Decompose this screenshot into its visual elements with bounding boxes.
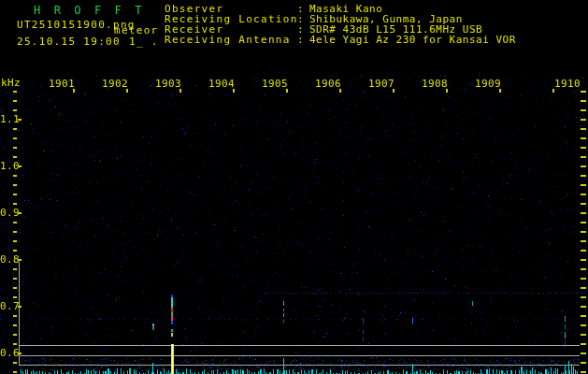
freq-minor-tick-right	[581, 278, 586, 280]
freq-minor-tick-left	[18, 259, 22, 261]
freq-minor-tick-right	[581, 203, 586, 205]
freq-minor-tick-right	[581, 165, 586, 167]
freq-minor-tick-left	[18, 119, 22, 121]
freq-minor-tick-left	[13, 231, 17, 233]
freq-minor-tick-left	[13, 371, 17, 373]
time-axis-label: 1909	[475, 79, 501, 90]
freq-minor-tick-right	[581, 147, 586, 149]
freq-minor-tick-left	[18, 212, 22, 214]
freq-minor-tick-right	[581, 362, 586, 364]
freq-minor-tick-right	[581, 334, 586, 336]
freq-minor-tick-right	[581, 128, 586, 130]
time-axis-label: 1906	[315, 79, 341, 90]
freq-axis-label: 0.6	[0, 348, 20, 359]
freq-minor-tick-right	[581, 259, 586, 261]
time-axis-tick	[499, 89, 501, 93]
counter-label: 1_ .	[129, 36, 159, 48]
info-label-antenna: Receiving Antenna	[165, 35, 291, 46]
freq-minor-tick-right	[581, 222, 586, 223]
freq-minor-tick-right	[581, 287, 586, 289]
freq-minor-tick-right	[581, 315, 586, 317]
time-axis-label: 1908	[422, 79, 448, 90]
freq-minor-tick-right	[581, 109, 586, 111]
info-colon: :	[297, 35, 305, 46]
freq-minor-tick-left	[13, 109, 17, 111]
time-axis-tick	[393, 89, 394, 93]
time-axis-tick	[233, 89, 235, 93]
time-axis-label: 1903	[155, 79, 181, 90]
freq-axis-unit: kHz	[1, 78, 21, 89]
freq-minor-tick-right	[581, 343, 586, 345]
time-axis-label: 1902	[102, 79, 128, 90]
hrofft-window: H R O F F T UT2510151900.png meteor 25.1…	[0, 0, 588, 374]
freq-minor-tick-right	[581, 296, 586, 298]
freq-minor-tick-right	[581, 119, 586, 121]
freq-axis-label: 1.0	[0, 161, 20, 172]
freq-minor-tick-right	[581, 306, 586, 308]
freq-minor-tick-left	[13, 362, 17, 364]
freq-minor-tick-left	[13, 240, 17, 242]
time-axis-tick	[73, 89, 75, 93]
freq-axis-label: 0.8	[0, 254, 20, 266]
freq-minor-tick-left	[13, 250, 17, 252]
freq-minor-tick-right	[581, 194, 586, 195]
freq-minor-tick-left	[13, 315, 17, 317]
freq-minor-tick-right	[581, 250, 586, 252]
freq-minor-tick-left	[13, 137, 17, 139]
time-axis-label: 1901	[49, 79, 75, 90]
freq-minor-tick-right	[581, 175, 586, 177]
freq-minor-tick-right	[581, 231, 586, 233]
freq-minor-tick-left	[13, 91, 17, 93]
time-axis-label: 1905	[262, 79, 288, 90]
freq-axis-label: 0.9	[0, 208, 20, 219]
freq-minor-tick-right	[581, 100, 586, 102]
freq-minor-tick-left	[13, 324, 17, 326]
freq-minor-tick-left	[13, 287, 17, 289]
freq-minor-tick-left	[13, 128, 17, 130]
freq-minor-tick-left	[13, 147, 17, 149]
freq-minor-tick-left	[13, 100, 17, 102]
time-axis-tick	[339, 89, 341, 93]
freq-minor-tick-right	[581, 184, 586, 186]
freq-minor-tick-left	[13, 334, 17, 336]
freq-minor-tick-right	[581, 156, 586, 158]
freq-minor-tick-right	[581, 324, 586, 326]
time-axis-tick	[552, 89, 554, 93]
datetime-label: 25.10.15 19:00	[17, 36, 121, 48]
freq-minor-tick-right	[581, 371, 586, 373]
freq-minor-tick-left	[13, 278, 17, 280]
freq-minor-tick-left	[18, 352, 22, 354]
freq-minor-tick-left	[18, 165, 22, 167]
app-title: H R O F F T	[34, 5, 145, 17]
freq-minor-tick-left	[13, 296, 17, 298]
freq-minor-tick-left	[13, 343, 17, 345]
freq-minor-tick-left	[13, 268, 17, 270]
freq-minor-tick-right	[581, 212, 586, 214]
freq-minor-tick-left	[13, 194, 17, 195]
freq-minor-tick-right	[581, 268, 586, 270]
freq-minor-tick-right	[581, 240, 586, 242]
time-axis-label: 1904	[208, 79, 235, 90]
time-axis-tick	[126, 89, 128, 93]
freq-minor-tick-right	[581, 91, 586, 93]
freq-minor-tick-left	[13, 175, 17, 177]
time-axis-label: 1907	[368, 79, 394, 90]
freq-minor-tick-left	[13, 222, 17, 223]
time-axis-label: 1910	[554, 79, 581, 90]
freq-axis-label: 1.1	[0, 114, 20, 125]
time-axis-tick	[286, 89, 288, 93]
freq-minor-tick-left	[13, 156, 17, 158]
freq-minor-tick-left	[13, 203, 17, 205]
freq-axis-label: 0.7	[0, 301, 20, 312]
freq-minor-tick-left	[13, 184, 17, 186]
time-axis-tick	[179, 89, 181, 93]
time-axis-tick	[446, 89, 448, 93]
spectrogram-canvas	[0, 0, 588, 374]
freq-minor-tick-right	[581, 137, 586, 139]
info-value-antenna: 4ele Yagi Az 230 for Kansai VOR	[309, 35, 516, 46]
freq-minor-tick-right	[581, 352, 586, 354]
freq-minor-tick-left	[18, 306, 22, 308]
